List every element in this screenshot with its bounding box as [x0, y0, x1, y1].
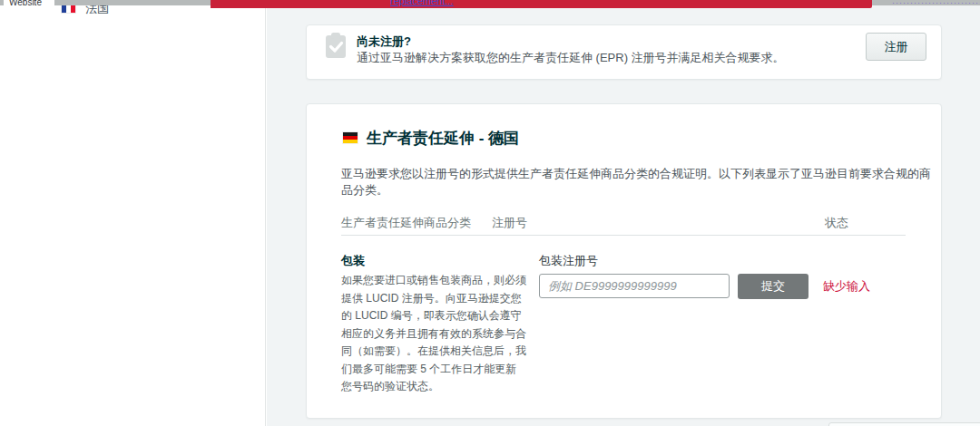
register-card-title: 尚未注册? — [357, 34, 411, 50]
registration-input-label: 包装注册号 — [539, 253, 598, 269]
register-card: 尚未注册? 通过亚马逊解决方案获取您的生产者责任延伸 (EPR) 注册号并满足相… — [306, 24, 942, 80]
table-header-divider — [341, 235, 906, 236]
column-header-status: 状态 — [825, 215, 848, 231]
column-header-category: 生产者责任延伸商品分类 — [341, 215, 471, 231]
bottom-peek-card — [828, 422, 980, 426]
category-name: 包装 — [341, 253, 365, 269]
status-missing-input: 缺少输入 — [823, 278, 870, 295]
registration-number-input[interactable] — [539, 274, 730, 298]
top-bar-right: ······························· — [872, 0, 980, 5]
epr-germany-subtitle: 亚马逊要求您以注册号的形式提供生产者责任延伸商品分类的合规证明。以下列表显示了亚… — [341, 166, 941, 198]
column-header-registration-number: 注册号 — [492, 215, 527, 231]
epr-germany-title: 生产者责任延伸 - 德国 — [367, 128, 519, 149]
website-tab-label: Website — [4, 0, 54, 7]
notification-banner-clipped: replacement... — [211, 0, 872, 8]
top-right-text-clipped: ······························· — [892, 0, 980, 5]
register-button[interactable]: 注册 — [866, 33, 926, 61]
epr-germany-card: 生产者责任延伸 - 德国 亚马逊要求您以注册号的形式提供生产者责任延伸商品分类的… — [306, 103, 942, 419]
website-tab[interactable]: Website — [4, 0, 54, 8]
clipboard-check-icon — [325, 33, 347, 59]
register-card-body: 通过亚马逊解决方案获取您的生产者责任延伸 (EPR) 注册号并满足相关合规要求。 — [357, 50, 785, 66]
category-description: 如果您要进口或销售包装商品，则必须提供 LUCID 注册号。向亚马逊提交您的 L… — [341, 272, 526, 396]
germany-flag-icon — [343, 132, 358, 143]
submit-button[interactable]: 提交 — [738, 274, 808, 299]
left-sidebar — [0, 0, 266, 426]
banner-link-clipped[interactable]: replacement... — [390, 0, 872, 6]
